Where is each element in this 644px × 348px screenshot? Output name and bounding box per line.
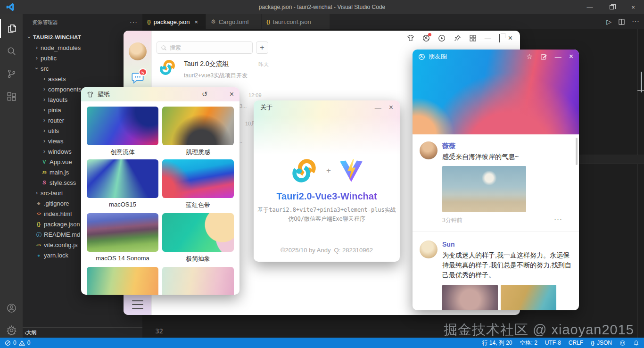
chevron-right-icon: › bbox=[33, 55, 41, 61]
wallpaper-tile[interactable]: 蓝红色带 bbox=[162, 159, 234, 209]
wallpaper-thumb-minimal[interactable] bbox=[162, 213, 234, 252]
info-file-icon: i bbox=[35, 232, 42, 237]
status-eol[interactable]: CRLF bbox=[569, 340, 583, 346]
shirt-icon bbox=[87, 91, 94, 98]
editor-scrollbar-thumb[interactable] bbox=[641, 72, 642, 92]
post-author-name[interactable]: 薇薇 bbox=[442, 142, 455, 150]
tab-close-icon[interactable]: × bbox=[194, 18, 198, 25]
run-button[interactable]: ▷ bbox=[606, 18, 611, 25]
status-encoding[interactable]: UTF-8 bbox=[545, 340, 561, 346]
chevron-right-icon: › bbox=[41, 117, 48, 124]
wallpaper-tile[interactable]: 极简抽象 bbox=[162, 213, 234, 263]
search-input[interactable] bbox=[170, 44, 240, 51]
tab-package-json[interactable]: {} package.json × bbox=[142, 14, 206, 29]
apps-grid-icon[interactable] bbox=[469, 34, 477, 42]
add-button[interactable]: + bbox=[256, 41, 268, 54]
chat-maximize-button[interactable] bbox=[499, 34, 500, 42]
menu-hamburger-icon[interactable] bbox=[132, 300, 143, 309]
post-photo-beach[interactable] bbox=[442, 166, 526, 212]
titlebar[interactable]: package.json - tauri2-winchat - Visual S… bbox=[0, 0, 644, 14]
wallpaper-thumb-blue-red[interactable] bbox=[162, 159, 234, 198]
about-minimize-button[interactable]: — bbox=[375, 104, 381, 111]
window-minimize-button[interactable]: — bbox=[579, 0, 601, 14]
warning-icon bbox=[19, 340, 25, 346]
moments-scrollbar-thumb[interactable] bbox=[576, 138, 578, 165]
moments-close-button[interactable]: × bbox=[569, 52, 573, 61]
wallpaper-close-button[interactable]: × bbox=[230, 90, 234, 99]
compose-edit-icon[interactable] bbox=[540, 53, 547, 60]
chat-item-subtitle: tauri2+vue3实战项目开发 bbox=[184, 72, 248, 80]
about-titlebar[interactable]: 关于 — × bbox=[254, 100, 400, 115]
chat-close-button[interactable]: × bbox=[508, 34, 512, 42]
search-icon[interactable] bbox=[0, 41, 23, 60]
pin-icon[interactable] bbox=[454, 34, 461, 42]
yarn-file-icon: ● bbox=[35, 253, 42, 258]
chat-item3-subtitle-fragment: .. bbox=[239, 138, 242, 144]
post-author-name[interactable]: Sun bbox=[442, 240, 454, 248]
chat-item-title[interactable]: Tauri 2.0交流组 bbox=[184, 60, 229, 68]
source-control-icon[interactable] bbox=[0, 64, 23, 83]
chevron-right-icon: › bbox=[41, 148, 48, 155]
explorer-header-label: 资源管理器 bbox=[32, 19, 58, 26]
wallpaper-titlebar[interactable]: 壁纸 ↺ — × bbox=[81, 87, 239, 101]
post-more-icon[interactable]: ··· bbox=[554, 215, 562, 223]
toml-file-icon: ⚙ bbox=[211, 18, 216, 25]
window-restore-button[interactable] bbox=[601, 0, 622, 14]
feedback-icon[interactable] bbox=[619, 340, 626, 346]
wallpaper-tile[interactable]: macOS15 bbox=[87, 159, 158, 209]
problems-status[interactable]: 0 0 bbox=[5, 340, 30, 346]
favorite-star-icon[interactable]: ☆ bbox=[526, 52, 532, 61]
status-language[interactable]: {}JSON bbox=[591, 340, 612, 346]
group-avatar-tauri[interactable] bbox=[158, 58, 177, 77]
post-text: 感受来自海洋彼岸的气息~ bbox=[442, 152, 572, 162]
activity-bar bbox=[0, 14, 23, 338]
wallpaper-thumb-macos15[interactable] bbox=[87, 159, 158, 198]
search-box[interactable] bbox=[157, 41, 253, 54]
outline-section[interactable]: › 大纲 bbox=[23, 327, 142, 338]
wallpaper-tile[interactable] bbox=[162, 267, 234, 295]
post-photo-dog[interactable] bbox=[501, 285, 556, 310]
scss-file-icon: S bbox=[41, 180, 48, 185]
wallpaper-thumb-sonoma[interactable] bbox=[87, 213, 158, 252]
editor-scrollbar-divider bbox=[637, 29, 638, 338]
app-description-line1: 基于tauri2.8+vite7+pinia3+element-plus实战 bbox=[254, 206, 400, 214]
unread-badge: 5 bbox=[139, 68, 147, 76]
split-editor-icon[interactable] bbox=[618, 18, 625, 25]
chevron-right-icon: › bbox=[33, 44, 41, 51]
wallpaper-tile[interactable]: macOS 14 Sonoma bbox=[87, 213, 158, 263]
wallpaper-tile[interactable]: 肌理质感 bbox=[162, 107, 234, 157]
post-avatar[interactable] bbox=[420, 141, 438, 159]
wallpaper-tile[interactable] bbox=[87, 267, 158, 295]
tab-cargo-toml[interactable]: ⚙ Cargo.toml bbox=[206, 14, 262, 29]
status-line-col[interactable]: 行 14, 列 20 bbox=[482, 339, 512, 347]
tab-tauri-conf-json[interactable]: {} tauri.conf.json bbox=[262, 14, 330, 29]
wallpaper-thumb-partial[interactable] bbox=[87, 267, 158, 295]
chat-item2-time: 12:09 bbox=[248, 92, 262, 98]
moments-titlebar[interactable]: 朋友圈 ☆ — × bbox=[413, 50, 579, 64]
moments-aperture-icon[interactable] bbox=[422, 34, 430, 42]
post-avatar[interactable] bbox=[420, 240, 438, 258]
play-circle-icon[interactable] bbox=[438, 34, 446, 42]
notifications-bell-icon[interactable] bbox=[633, 340, 639, 346]
vscode-window: package.json - tauri2-winchat - Visual S… bbox=[0, 0, 644, 348]
about-close-button[interactable]: × bbox=[389, 103, 393, 112]
wallpaper-thumb-partial[interactable] bbox=[162, 267, 234, 295]
wallpaper-shirt-icon[interactable] bbox=[407, 34, 414, 42]
status-indentation[interactable]: 空格: 2 bbox=[520, 339, 537, 347]
more-actions-icon[interactable]: ··· bbox=[632, 17, 639, 26]
wallpaper-tile[interactable]: 创意流体 bbox=[87, 107, 158, 157]
account-icon[interactable] bbox=[0, 298, 23, 317]
explorer-icon[interactable] bbox=[0, 19, 23, 38]
wallpaper-thumb-creative-fluid[interactable] bbox=[87, 107, 158, 145]
moments-minimize-button[interactable]: — bbox=[555, 53, 561, 60]
explorer-more-actions-icon[interactable]: ··· bbox=[130, 18, 138, 26]
chat-minimize-button[interactable]: — bbox=[485, 34, 491, 42]
refresh-icon[interactable]: ↺ bbox=[202, 90, 208, 99]
wallpaper-thumb-texture[interactable] bbox=[162, 107, 234, 145]
user-avatar[interactable] bbox=[129, 42, 147, 60]
wallpaper-minimize-button[interactable]: — bbox=[215, 91, 222, 98]
post-photo-portrait[interactable] bbox=[442, 285, 498, 310]
settings-gear-icon[interactable] bbox=[0, 321, 23, 340]
extensions-icon[interactable] bbox=[0, 87, 23, 106]
window-close-button[interactable]: × bbox=[622, 0, 644, 14]
